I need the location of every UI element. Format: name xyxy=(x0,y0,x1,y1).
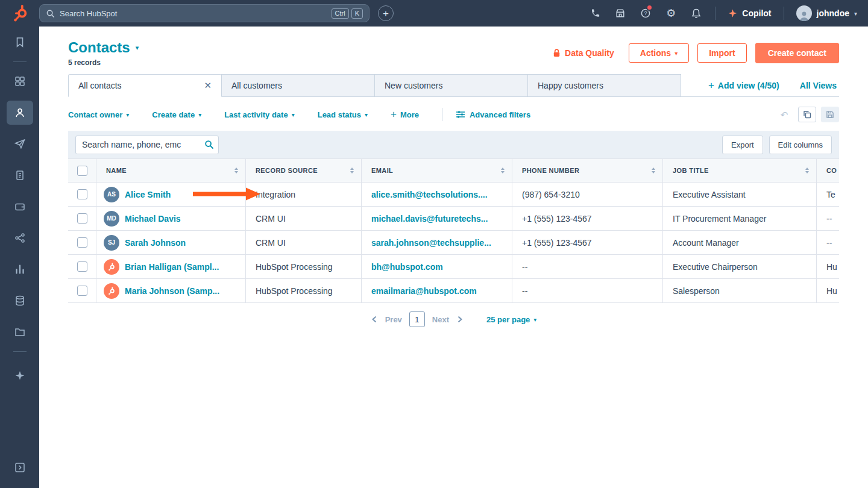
column-header-email[interactable]: EMAIL xyxy=(362,158,512,183)
settings-button[interactable]: ⚙ xyxy=(658,0,684,27)
sort-icon[interactable] xyxy=(350,167,354,174)
select-all-checkbox[interactable] xyxy=(77,166,87,176)
undo-button[interactable]: ↶ xyxy=(775,107,793,122)
column-header-record-source[interactable]: RECORD SOURCE xyxy=(246,158,362,183)
clone-view-button[interactable] xyxy=(798,107,816,122)
column-label: PHONE NUMBER xyxy=(522,167,579,174)
filter-create-date[interactable]: Create date ▾ xyxy=(152,110,201,119)
contact-name-link[interactable]: Alice Smith xyxy=(125,190,171,199)
add-view-label: Add view (4/50) xyxy=(718,81,779,90)
filter-contact-owner[interactable]: Contact owner ▾ xyxy=(68,110,129,119)
per-page-dropdown[interactable]: 25 per page ▾ xyxy=(486,315,536,324)
next-page-chevron[interactable] xyxy=(456,315,464,324)
email-link[interactable]: sarah.johnson@techsupplie... xyxy=(371,238,491,248)
prev-page-button[interactable]: Prev xyxy=(385,315,402,324)
marketplace-icon xyxy=(615,8,626,19)
sidebar-item-breeze-ai[interactable] xyxy=(7,364,33,388)
phone-cell: -- xyxy=(512,279,663,303)
view-tab-all-customers[interactable]: All customers xyxy=(221,74,375,97)
hubspot-avatar xyxy=(104,283,119,299)
page-title-dropdown[interactable]: Contacts ▾ xyxy=(68,39,139,56)
sidebar-expand-button[interactable] xyxy=(7,455,33,480)
row-checkbox[interactable] xyxy=(77,237,87,248)
caret-down-icon: ▾ xyxy=(126,111,129,118)
sidebar-item-bookmarks[interactable] xyxy=(7,30,33,54)
gear-icon: ⚙ xyxy=(666,8,676,19)
save-view-button[interactable] xyxy=(821,107,839,122)
column-header-job-title[interactable]: JOB TITLE xyxy=(663,158,817,183)
export-button[interactable]: Export xyxy=(722,136,763,154)
sidebar-item-data-management[interactable] xyxy=(7,289,33,313)
view-tab-label: All contacts xyxy=(78,81,122,90)
email-link[interactable]: alice.smith@techsolutions.... xyxy=(371,190,488,199)
all-views-link[interactable]: All Views xyxy=(800,81,837,90)
view-tabs: All contacts ✕ All customers New custome… xyxy=(68,74,839,97)
prev-page-chevron[interactable] xyxy=(371,315,378,324)
filter-last-activity-date[interactable]: Last activity date ▾ xyxy=(224,110,295,119)
global-search-bar[interactable]: Ctrl K xyxy=(39,4,370,22)
help-button[interactable]: ? xyxy=(633,0,658,27)
row-checkbox[interactable] xyxy=(77,261,87,272)
copilot-button[interactable]: Copilot xyxy=(722,8,777,19)
sort-icon[interactable] xyxy=(501,167,505,174)
email-link[interactable]: emailmaria@hubspot.com xyxy=(371,286,477,296)
table-row-name: AS Alice Smith xyxy=(96,183,246,207)
more-filters-link[interactable]: + More xyxy=(391,108,419,120)
sort-icon[interactable] xyxy=(234,167,238,174)
calling-button[interactable] xyxy=(582,0,608,27)
filter-lead-status[interactable]: Lead status ▾ xyxy=(318,110,368,119)
create-contact-button[interactable]: Create contact xyxy=(755,43,839,63)
hubspot-logo[interactable] xyxy=(0,4,39,22)
marketplace-button[interactable] xyxy=(608,0,633,27)
current-page-button[interactable]: 1 xyxy=(409,311,425,327)
table-toolbar-right: Export Edit columns xyxy=(722,136,832,154)
company-cell: Hu xyxy=(817,279,839,303)
column-header-company[interactable]: CO xyxy=(817,158,839,183)
contact-name-link[interactable]: Michael Davis xyxy=(125,214,181,224)
page-title: Contacts xyxy=(68,39,130,56)
sidebar-item-automations[interactable] xyxy=(7,226,33,250)
data-quality-link[interactable]: Data Quality xyxy=(552,48,614,58)
sort-icon[interactable] xyxy=(652,167,655,174)
left-sidebar xyxy=(0,27,39,488)
global-create-button[interactable]: + xyxy=(378,5,394,21)
user-menu[interactable]: johndoe ▾ xyxy=(790,5,860,21)
phone-cell: (987) 654-3210 xyxy=(512,183,663,207)
row-checkbox[interactable] xyxy=(77,213,87,224)
view-tab-new-customers[interactable]: New customers xyxy=(374,74,528,97)
table-search[interactable] xyxy=(75,136,219,154)
view-tab-happy-customers[interactable]: Happy customers xyxy=(527,74,681,97)
next-page-button[interactable]: Next xyxy=(432,315,449,324)
add-view-link[interactable]: + Add view (4/50) xyxy=(708,80,779,92)
global-search-input[interactable] xyxy=(60,9,329,18)
close-icon[interactable]: ✕ xyxy=(204,80,212,91)
sidebar-item-workspaces[interactable] xyxy=(7,69,33,93)
sidebar-item-crm-contacts[interactable] xyxy=(7,101,33,125)
record-source-cell: HubSpot Processing xyxy=(246,279,362,303)
job-title-cell: Executive Assistant xyxy=(663,183,817,207)
advanced-filters-link[interactable]: Advanced filters xyxy=(456,110,530,119)
sidebar-item-content[interactable] xyxy=(7,163,33,187)
row-checkbox[interactable] xyxy=(77,189,87,199)
sidebar-item-commerce[interactable] xyxy=(7,195,33,219)
row-checkbox[interactable] xyxy=(77,286,87,296)
sidebar-item-reporting[interactable] xyxy=(7,257,33,281)
table-search-input[interactable] xyxy=(75,136,219,154)
sort-icon[interactable] xyxy=(805,167,809,174)
notifications-button[interactable] xyxy=(684,0,709,27)
contact-name-link[interactable]: Brian Halligan (Sampl... xyxy=(125,262,219,272)
edit-columns-button[interactable]: Edit columns xyxy=(769,136,832,154)
actions-button[interactable]: Actions ▾ xyxy=(629,43,689,63)
sidebar-item-marketing[interactable] xyxy=(7,132,33,156)
contact-name-link[interactable]: Maria Johnson (Samp... xyxy=(125,286,219,296)
view-tab-all-contacts[interactable]: All contacts ✕ xyxy=(68,74,222,97)
email-link[interactable]: bh@hubspot.com xyxy=(371,262,443,272)
column-label: NAME xyxy=(106,167,127,174)
top-nav-right: ? ⚙ Copilot xyxy=(582,0,868,27)
column-header-name[interactable]: NAME xyxy=(96,158,246,183)
column-header-phone[interactable]: PHONE NUMBER xyxy=(512,158,663,183)
sidebar-item-library[interactable] xyxy=(7,320,33,344)
contact-name-link[interactable]: Sarah Johnson xyxy=(125,238,186,248)
import-button[interactable]: Import xyxy=(697,43,747,63)
email-link[interactable]: michael.davis@futuretechs... xyxy=(371,214,488,224)
